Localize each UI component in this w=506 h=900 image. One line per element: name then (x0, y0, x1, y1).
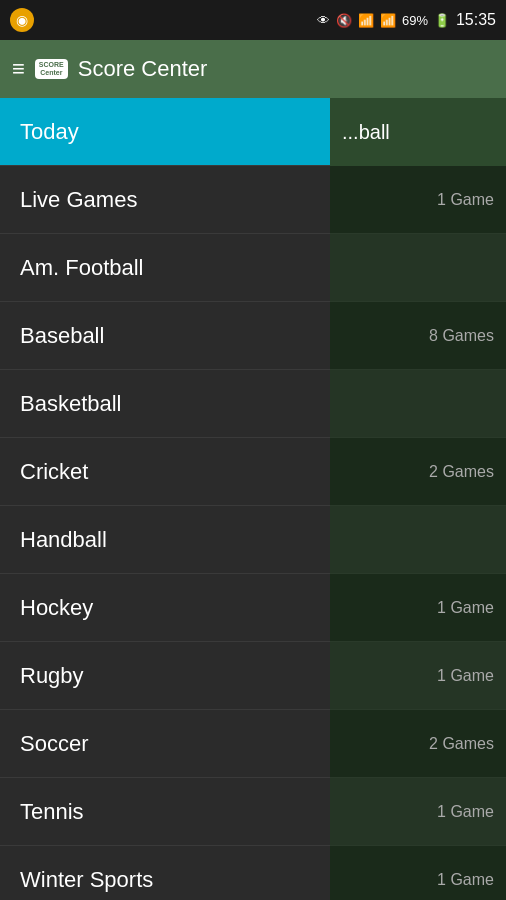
sidebar-item-handball[interactable]: Handball (0, 506, 330, 574)
status-right: 👁 🔇 📶 📶 69% 🔋 15:35 (317, 11, 496, 29)
game-row: 8 Games (330, 302, 506, 370)
sidebar-item-today[interactable]: Today (0, 98, 330, 166)
sidebar-item-label: Hockey (20, 595, 93, 621)
sidebar-item-am--football[interactable]: Am. Football (0, 234, 330, 302)
mute-icon: 🔇 (336, 13, 352, 28)
sidebar-item-basketball[interactable]: Basketball (0, 370, 330, 438)
game-count: 1 Game (437, 803, 494, 821)
app-title: Score Center (78, 56, 208, 82)
game-row: 1 Game (330, 778, 506, 846)
sidebar-item-soccer[interactable]: Soccer (0, 710, 330, 778)
game-count: 8 Games (429, 327, 494, 345)
status-left: ◉ (10, 8, 34, 32)
sidebar-drawer: TodayLive GamesAm. FootballBaseballBaske… (0, 98, 330, 900)
sidebar-item-cricket[interactable]: Cricket (0, 438, 330, 506)
clock: 15:35 (456, 11, 496, 29)
notification-icon: ◉ (10, 8, 34, 32)
sidebar-item-baseball[interactable]: Baseball (0, 302, 330, 370)
game-row (330, 234, 506, 302)
sidebar-item-label: Am. Football (20, 255, 144, 281)
screen-record-icon: 👁 (317, 13, 330, 28)
main-container: TodayLive GamesAm. FootballBaseballBaske… (0, 98, 506, 900)
game-count: 2 Games (429, 463, 494, 481)
battery-icon: 🔋 (434, 13, 450, 28)
game-row (330, 370, 506, 438)
sidebar-item-label: Basketball (20, 391, 122, 417)
signal-icon: 📶 (380, 13, 396, 28)
app-logo: SCORE Center (35, 59, 68, 78)
game-count: 1 Game (437, 599, 494, 617)
hamburger-menu-button[interactable]: ≡ (12, 56, 25, 82)
sidebar-item-hockey[interactable]: Hockey (0, 574, 330, 642)
game-row: 1 Game (330, 166, 506, 234)
app-bar: ≡ SCORE Center Score Center (0, 40, 506, 98)
sidebar-item-label: Soccer (20, 731, 88, 757)
game-row: 2 Games (330, 710, 506, 778)
sidebar-item-label: Cricket (20, 459, 88, 485)
game-row: 1 Game (330, 642, 506, 710)
sidebar-item-rugby[interactable]: Rugby (0, 642, 330, 710)
game-count: 1 Game (437, 191, 494, 209)
sidebar-item-label: Handball (20, 527, 107, 553)
game-row (330, 506, 506, 574)
status-bar: ◉ 👁 🔇 📶 📶 69% 🔋 15:35 (0, 0, 506, 40)
sidebar-item-label: Live Games (20, 187, 137, 213)
wifi-icon: 📶 (358, 13, 374, 28)
game-count: 2 Games (429, 735, 494, 753)
game-count: 1 Game (437, 871, 494, 889)
game-row: 1 Game (330, 574, 506, 642)
game-row: 1 Game (330, 846, 506, 900)
right-panel: ...ball 1 Game8 Games2 Games1 Game1 Game… (330, 98, 506, 900)
sidebar-item-label: Baseball (20, 323, 104, 349)
sidebar-item-label: Tennis (20, 799, 84, 825)
sidebar-item-label: Rugby (20, 663, 84, 689)
sidebar-item-live-games[interactable]: Live Games (0, 166, 330, 234)
sidebar-item-label: Winter Sports (20, 867, 153, 893)
game-row: 2 Games (330, 438, 506, 506)
sidebar-item-winter-sports[interactable]: Winter Sports (0, 846, 330, 900)
game-count: 1 Game (437, 667, 494, 685)
battery-percentage: 69% (402, 13, 428, 28)
right-panel-header: ...ball (330, 98, 506, 166)
sidebar-item-tennis[interactable]: Tennis (0, 778, 330, 846)
sidebar-item-label: Today (20, 119, 79, 145)
